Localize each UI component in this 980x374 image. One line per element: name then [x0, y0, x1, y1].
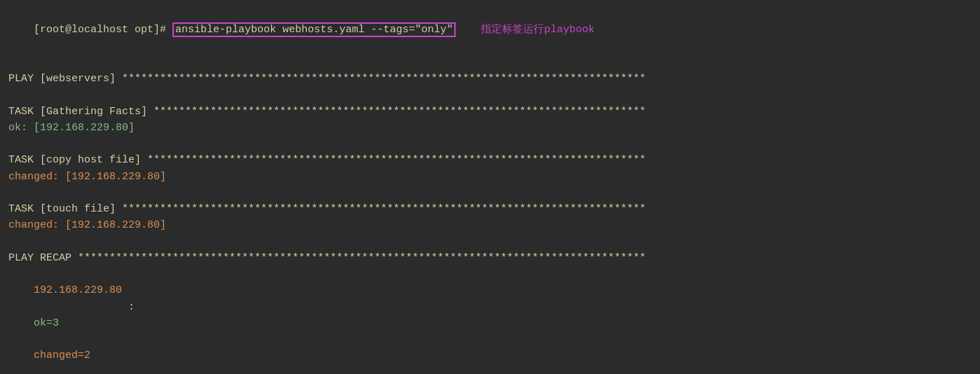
blank-line-2: [8, 87, 972, 103]
task-copy-host-file-result: changed: [192.168.229.80]: [8, 169, 972, 185]
recap-sp1: [34, 333, 65, 345]
task-gathering-facts-result: ok: [192.168.229.80]: [8, 120, 972, 136]
comment-1: 指定标签运行playbook: [481, 24, 594, 36]
recap-data-line: 192.168.229.80 : ok=3 changed=2 unreacha…: [8, 266, 972, 374]
recap-colon: :: [34, 301, 141, 313]
task-touch-file-result: changed: [192.168.229.80]: [8, 217, 972, 233]
recap-ok: ok=3: [34, 317, 59, 329]
recap-sp2: [34, 366, 65, 375]
recap-ip: 192.168.229.80: [34, 284, 122, 296]
blank-line-5: [8, 234, 972, 250]
play-recap-header: PLAY RECAP *****************************…: [8, 250, 972, 266]
play-line-1: PLAY [webservers] **********************…: [8, 71, 972, 87]
terminal-window: [root@localhost opt]# ansible-playbook w…: [8, 6, 972, 374]
task-gathering-facts-header: TASK [Gathering Facts] *****************…: [8, 104, 972, 120]
blank-line-4: [8, 185, 972, 201]
blank-line-3: [8, 136, 972, 152]
task-touch-file-header: TASK [touch file] **********************…: [8, 201, 972, 217]
command-line-1: [root@localhost opt]# ansible-playbook w…: [8, 6, 972, 55]
blank-line-1: [8, 55, 972, 71]
prompt-1: [root@localhost opt]#: [34, 24, 172, 36]
cmd-highlight-1: ansible-playbook webhosts.yaml --tags="o…: [172, 22, 456, 37]
recap-changed: changed=2: [34, 349, 90, 361]
task-copy-host-file-header: TASK [copy host file] ******************…: [8, 152, 972, 168]
